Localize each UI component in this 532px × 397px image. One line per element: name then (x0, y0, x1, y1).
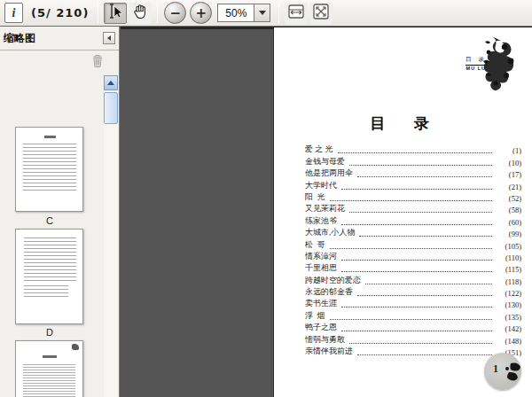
minus-icon: − (170, 5, 182, 21)
toc-entry-page: (60) (495, 218, 521, 227)
corner-logo: 目 录 MU LU (466, 56, 487, 71)
toc-entry-title: 又见茉莉花 (305, 203, 345, 214)
dot-leader (341, 189, 492, 190)
toc-entry-title: 金钱与母爱 (305, 156, 345, 167)
info-button[interactable]: i (4, 3, 23, 23)
toc-entry-title: 大学时代 (305, 180, 337, 191)
thumbnail-list: C D i (0, 75, 104, 397)
thumbnail-page-toc-selected[interactable] (15, 340, 83, 397)
zoom-dropdown-button[interactable] (254, 4, 270, 21)
toc-entry: 又见茉莉花(58) (305, 203, 521, 214)
scrollbar-thumb[interactable] (104, 92, 118, 124)
dot-leader (338, 152, 493, 153)
toc-entry: 阳 光(52) (305, 191, 521, 203)
toc-entry-title: 懦弱与勇敢 (305, 334, 345, 346)
toc-entry-page: (118) (495, 277, 521, 286)
thumb-text-lines (24, 237, 76, 284)
toc-entry-title: 亲情伴我前进 (305, 346, 353, 357)
document-view-area[interactable]: 目 录 MU LU 目 录 爱 之 光(1) 金钱与母爱(10) 他是把两用伞(… (121, 27, 532, 397)
toc-entry-title: 永远的郁金香 (305, 286, 353, 298)
corner-logo-pinyin: MU LU (466, 66, 487, 71)
toc-entry-title: 鸭子之恩 (305, 322, 337, 333)
hand-tool-button[interactable] (129, 3, 152, 24)
toolbar: i (5/ 210) − + 50% (0, 0, 532, 27)
fit-page-button[interactable] (309, 3, 332, 24)
toc-entry: 金钱与母爱(10) (305, 155, 521, 167)
toc-entry-page: (58) (495, 206, 521, 214)
sidebar-toolbar (0, 50, 119, 74)
toc-entry-page: (99) (495, 230, 521, 238)
chevron-up-icon (107, 81, 114, 85)
page-number-badge: 1 (484, 353, 521, 390)
document-page: 目 录 MU LU 目 录 爱 之 光(1) 金钱与母爱(10) 他是把两用伞(… (273, 27, 532, 397)
toc-entry-page: (52) (495, 194, 521, 203)
table-of-contents: 爱 之 光(1) 金钱与母爱(10) 他是把两用伞(17) 大学时代(21) 阳… (305, 144, 521, 357)
zoom-out-button[interactable]: − (164, 2, 186, 24)
zoom-in-button[interactable]: + (190, 2, 212, 24)
toc-entry-page: (1) (495, 146, 521, 155)
toc-entry-page: (130) (495, 300, 521, 309)
sidebar-title: 缩略图 (4, 31, 35, 46)
leaf-icon (502, 360, 523, 388)
toc-entry-title: 爱 之 光 (305, 144, 333, 155)
page-number: 1 (493, 362, 498, 376)
thumb-text-lines (24, 285, 68, 300)
toc-entry: 浮 烟(135) (305, 309, 521, 321)
toc-entry: 千里相思(115) (305, 262, 521, 274)
dot-leader (330, 248, 493, 249)
dot-leader (341, 307, 492, 307)
toc-entry: 永远的郁金香(122) (305, 286, 521, 298)
dot-leader (341, 331, 492, 331)
toc-entry-page: (10) (495, 159, 521, 167)
toc-entry-page: (122) (495, 289, 521, 298)
dot-leader (341, 224, 492, 225)
thumb-title-mark (43, 355, 57, 358)
toc-entry: 大城市,小人物(99) (305, 227, 521, 238)
zoom-level-combobox[interactable]: 50% (217, 4, 270, 22)
dot-leader (365, 284, 492, 284)
toc-entry: 爱 之 光(1) (305, 144, 521, 155)
fit-width-button[interactable] (285, 3, 308, 24)
toc-entry-title: 松 哥 (305, 239, 325, 251)
toc-entry-page: (21) (495, 183, 521, 191)
collapse-sidebar-button[interactable] (103, 32, 115, 44)
toc-entry-page: (115) (495, 265, 521, 274)
dot-leader (349, 165, 492, 166)
thumbnail-label: D (0, 327, 99, 338)
document-viewer-app: i (5/ 210) − + 50% (0, 0, 532, 397)
text-select-cursor-icon (106, 3, 124, 23)
corner-logo-title: 目 录 (466, 56, 487, 66)
sidebar-header: 缩略图 (0, 27, 119, 50)
thumbnail-sidebar: 缩略图 C D (0, 27, 120, 397)
toc-entry: 松 哥(105) (305, 238, 521, 250)
toc-entry-page: (135) (495, 313, 521, 322)
thumb-text-lines (23, 144, 76, 193)
trash-icon[interactable] (90, 53, 105, 72)
toc-entry-title: 千里相思 (305, 262, 337, 274)
chevron-left-icon (107, 35, 111, 41)
toc-entry: 练家池爷(60) (305, 214, 521, 226)
dot-leader (349, 343, 492, 344)
toolbar-separator (98, 4, 98, 23)
dot-leader (357, 295, 492, 296)
toc-entry: 情系漳河(110) (305, 251, 521, 262)
toc-entry-page: (110) (495, 253, 521, 262)
dot-leader (357, 176, 492, 177)
toc-entry: 卖书生涯(130) (305, 298, 521, 309)
page-indicator: (5/ 210) (27, 6, 93, 19)
thumb-title-mark (44, 136, 56, 138)
page-title: 目 录 (274, 113, 532, 134)
toc-entry-title: 练家池爷 (305, 215, 337, 227)
toc-entry-title: 卖书生涯 (305, 298, 337, 309)
scrollbar-up-button[interactable] (104, 75, 118, 90)
thumbnail-page-d[interactable] (15, 229, 83, 324)
dot-leader (341, 260, 492, 261)
hand-icon (131, 3, 149, 23)
thumb-text-lines (23, 364, 75, 397)
toc-entry: 他是把两用伞(17) (305, 167, 521, 179)
select-text-tool-button[interactable] (104, 3, 127, 24)
toc-entry-title: 跨越时空的爱恋 (305, 275, 361, 286)
fit-width-icon (286, 3, 306, 23)
thumbnail-page-c[interactable] (15, 127, 83, 212)
thumbnail-label: C (0, 215, 99, 226)
